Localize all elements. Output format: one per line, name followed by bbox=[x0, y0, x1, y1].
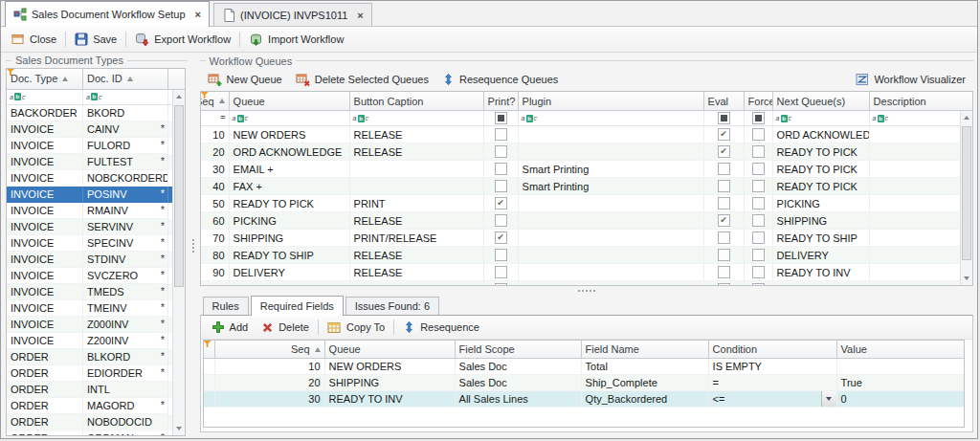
auto-filter-cell[interactable] bbox=[745, 111, 773, 125]
auto-filter-cell[interactable] bbox=[484, 111, 519, 125]
doc-type-row[interactable]: INVOICESTDINV* bbox=[7, 252, 174, 268]
scroll-down-icon[interactable] bbox=[173, 423, 185, 434]
checkbox-checked[interactable]: ✔ bbox=[718, 128, 730, 141]
row-indicator-header[interactable] bbox=[204, 341, 215, 358]
queue-row[interactable]: 40FAX +Smart PrintingREADY TO PICK bbox=[201, 178, 962, 195]
column-header-force[interactable]: Force bbox=[745, 92, 773, 110]
doc-type-row[interactable]: ORDERBLKORD* bbox=[7, 349, 174, 365]
doc-type-row[interactable]: INVOICECAINV* bbox=[7, 121, 174, 138]
column-header-button-caption[interactable]: Button Caption bbox=[350, 92, 484, 110]
close-button[interactable]: Close bbox=[5, 29, 63, 50]
doc-type-row[interactable]: INVOICEZ200INV* bbox=[7, 333, 174, 349]
tab-required-fields[interactable]: Required Fields bbox=[251, 296, 344, 316]
save-button[interactable]: Save bbox=[68, 29, 123, 50]
condition-cell[interactable]: = bbox=[709, 375, 837, 391]
auto-filter-cell[interactable]: abc bbox=[83, 90, 168, 104]
doc-type-row[interactable]: INVOICETMEINV* bbox=[7, 300, 174, 317]
queue-row[interactable]: 10NEW ORDERSRELEASE✔ORD ACKNOWLEDGE bbox=[201, 126, 962, 143]
checkbox-unchecked[interactable] bbox=[752, 249, 765, 261]
resequence-button[interactable]: Resequence bbox=[396, 317, 486, 338]
workflow-visualizer-button[interactable]: Workflow Visualizer bbox=[849, 69, 972, 90]
checkbox-unchecked[interactable] bbox=[718, 283, 730, 285]
doc-type-row[interactable]: INVOICEFULORD* bbox=[7, 138, 174, 154]
checkbox-unchecked[interactable] bbox=[752, 163, 765, 175]
doc-type-row[interactable]: INVOICETMEDS* bbox=[7, 284, 174, 300]
condition-cell[interactable]: <= bbox=[709, 391, 837, 408]
add-button[interactable]: Add bbox=[205, 317, 256, 338]
column-header-condition[interactable]: Condition bbox=[709, 341, 837, 358]
scrollbar-thumb[interactable] bbox=[962, 126, 971, 260]
doc-type-row[interactable]: ORDERORDMAN* bbox=[7, 430, 174, 436]
delete-button[interactable]: Delete bbox=[255, 317, 316, 338]
export-workflow-button[interactable]: Export Workflow bbox=[128, 29, 237, 50]
import-workflow-button[interactable]: Import Workflow bbox=[242, 29, 350, 50]
column-header-value[interactable]: Value bbox=[837, 341, 964, 358]
column-header-plugin[interactable]: Plugin bbox=[519, 92, 704, 110]
scroll-up-icon[interactable] bbox=[961, 112, 972, 123]
checkbox-unchecked[interactable] bbox=[718, 180, 730, 192]
checkbox-unchecked[interactable] bbox=[495, 249, 507, 261]
auto-filter-cell[interactable]: abc bbox=[230, 111, 350, 125]
checkbox-unchecked[interactable] bbox=[495, 214, 507, 227]
checkbox-unchecked[interactable] bbox=[752, 232, 765, 244]
dropdown-arrow-icon[interactable] bbox=[821, 391, 836, 407]
checkbox-checked[interactable]: ✔ bbox=[495, 232, 507, 244]
checkbox-unchecked[interactable] bbox=[752, 128, 765, 141]
checkbox-checked[interactable]: ✔ bbox=[718, 145, 730, 158]
auto-filter-cell[interactable]: abc bbox=[519, 111, 704, 125]
queue-row[interactable]: 80READY TO SHIPRELEASEDELIVERY bbox=[201, 247, 962, 264]
queue-row[interactable] bbox=[201, 281, 962, 285]
scroll-down-icon[interactable] bbox=[961, 273, 972, 284]
column-header-doc-id[interactable]: Doc. ID bbox=[83, 69, 168, 89]
checkbox-unchecked[interactable] bbox=[752, 180, 765, 192]
doc-type-row[interactable]: ORDEREDIORDER* bbox=[7, 365, 174, 382]
checkbox-unchecked[interactable] bbox=[495, 283, 507, 285]
queue-row[interactable]: 50READY TO PICKPRINT✔PICKING bbox=[201, 195, 962, 212]
scroll-up-icon[interactable] bbox=[173, 91, 185, 102]
checkbox-unchecked[interactable] bbox=[495, 163, 507, 175]
column-header-field-scope[interactable]: Field Scope bbox=[456, 341, 582, 358]
horizontal-splitter[interactable] bbox=[200, 286, 973, 295]
column-header-queue[interactable]: Queue bbox=[230, 92, 350, 110]
filter-corner-icon[interactable] bbox=[204, 341, 212, 347]
column-header-seq[interactable]: Seq bbox=[215, 341, 325, 358]
checkbox-unchecked[interactable] bbox=[718, 249, 730, 261]
checkbox-unchecked[interactable] bbox=[752, 214, 765, 227]
tab-invoice-invps1011[interactable]: (INVOICE) INVPS1011 × bbox=[213, 3, 372, 26]
queue-row[interactable]: 30EMAIL +Smart PrintingREADY TO PICK bbox=[201, 161, 962, 178]
auto-filter-cell[interactable]: abc bbox=[870, 111, 972, 125]
doc-type-row[interactable]: ORDERNOBODOCID bbox=[7, 414, 174, 430]
required-field-row[interactable]: 30READY TO INVAll Sales LinesQty_Backord… bbox=[204, 391, 964, 408]
required-field-row[interactable]: 20SHIPPINGSales DocShip_Complete=True bbox=[204, 375, 964, 391]
resequence-queues-button[interactable]: Resequence Queues bbox=[435, 69, 565, 90]
vertical-splitter[interactable] bbox=[188, 55, 200, 436]
auto-filter-cell[interactable]: abc bbox=[773, 111, 870, 125]
checkbox-checked[interactable]: ✔ bbox=[718, 214, 730, 227]
new-queue-button[interactable]: New Queue bbox=[201, 69, 289, 90]
doc-type-row[interactable]: INVOICEZ000INV* bbox=[7, 317, 174, 333]
doc-type-row[interactable]: INVOICEPOSINV* bbox=[7, 187, 174, 203]
tab-sales-document-workflow-setup[interactable]: Sales Document Workflow Setup × bbox=[5, 1, 210, 27]
column-header-print-[interactable]: Print? bbox=[484, 92, 519, 110]
checkbox-filter-icon[interactable] bbox=[495, 112, 507, 124]
checkbox-filter-icon[interactable] bbox=[718, 112, 730, 124]
close-tab-icon[interactable]: × bbox=[357, 10, 363, 21]
checkbox-unchecked[interactable] bbox=[495, 180, 507, 192]
column-header-next-queue-s-[interactable]: Next Queue(s) bbox=[773, 92, 870, 110]
condition-cell[interactable]: IS EMPTY bbox=[709, 359, 837, 375]
checkbox-unchecked[interactable] bbox=[718, 266, 730, 278]
doc-type-row[interactable]: BACKORDERBKORD bbox=[7, 105, 174, 121]
required-field-row[interactable]: 10NEW ORDERSSales DocTotalIS EMPTY bbox=[204, 359, 964, 375]
checkbox-unchecked[interactable] bbox=[495, 128, 507, 141]
queue-row[interactable]: 60PICKINGRELEASE✔SHIPPING bbox=[201, 212, 962, 230]
auto-filter-cell[interactable]: abc bbox=[350, 111, 484, 125]
checkbox-unchecked[interactable] bbox=[495, 266, 507, 278]
checkbox-unchecked[interactable] bbox=[495, 145, 507, 158]
scrollbar-thumb[interactable] bbox=[174, 105, 184, 287]
close-tab-icon[interactable]: × bbox=[195, 9, 201, 20]
column-header-doc-type[interactable]: Doc. Type bbox=[7, 69, 83, 89]
queue-row[interactable]: 20ORD ACKNOWLEDGERELEASE✔READY TO PICK bbox=[201, 143, 962, 161]
column-header-description[interactable]: Description bbox=[870, 92, 972, 110]
checkbox-unchecked[interactable] bbox=[752, 197, 765, 209]
column-header-queue[interactable]: Queue bbox=[325, 341, 456, 358]
